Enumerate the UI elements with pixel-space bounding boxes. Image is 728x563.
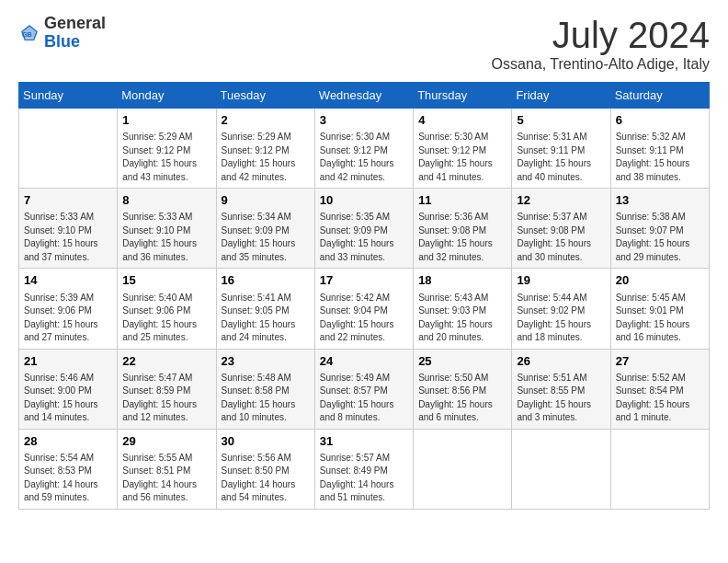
day-cell: 17Sunrise: 5:42 AMSunset: 9:04 PMDayligh… [314, 269, 413, 349]
day-info: Sunrise: 5:29 AMSunset: 9:12 PMDaylight:… [122, 131, 210, 184]
week-row-5: 28Sunrise: 5:54 AMSunset: 8:53 PMDayligh… [19, 429, 710, 509]
day-info: Sunrise: 5:43 AMSunset: 9:03 PMDaylight:… [418, 292, 506, 345]
day-info: Sunrise: 5:33 AMSunset: 9:10 PMDaylight:… [122, 211, 210, 264]
day-number: 13 [616, 192, 704, 209]
day-info: Sunrise: 5:44 AMSunset: 9:02 PMDaylight:… [517, 292, 605, 345]
day-number: 26 [517, 353, 605, 370]
day-info: Sunrise: 5:55 AMSunset: 8:51 PMDaylight:… [122, 452, 210, 505]
day-cell: 29Sunrise: 5:55 AMSunset: 8:51 PMDayligh… [118, 429, 216, 509]
day-cell [414, 429, 512, 509]
svg-text:GB: GB [22, 30, 32, 39]
day-info: Sunrise: 5:50 AMSunset: 8:56 PMDaylight:… [418, 372, 506, 425]
day-cell: 16Sunrise: 5:41 AMSunset: 9:05 PMDayligh… [216, 269, 314, 349]
day-cell: 28Sunrise: 5:54 AMSunset: 8:53 PMDayligh… [19, 429, 118, 509]
day-info: Sunrise: 5:45 AMSunset: 9:01 PMDaylight:… [616, 292, 704, 345]
day-number: 17 [320, 272, 408, 289]
day-number: 23 [222, 353, 310, 370]
day-number: 9 [222, 192, 310, 209]
day-info: Sunrise: 5:41 AMSunset: 9:05 PMDaylight:… [222, 292, 310, 345]
day-number: 7 [24, 192, 112, 209]
day-info: Sunrise: 5:31 AMSunset: 9:11 PMDaylight:… [517, 131, 605, 184]
day-cell: 3Sunrise: 5:30 AMSunset: 9:12 PMDaylight… [314, 109, 413, 189]
day-cell: 6Sunrise: 5:32 AMSunset: 9:11 PMDaylight… [610, 109, 709, 189]
day-info: Sunrise: 5:38 AMSunset: 9:07 PMDaylight:… [616, 211, 704, 264]
day-info: Sunrise: 5:47 AMSunset: 8:59 PMDaylight:… [122, 372, 210, 425]
header-cell-sunday: Sunday [19, 83, 118, 109]
day-number: 27 [616, 353, 704, 370]
title-block: July 2024 Ossana, Trentino-Alto Adige, I… [492, 15, 710, 73]
logo-text: General Blue [44, 15, 106, 52]
day-info: Sunrise: 5:37 AMSunset: 9:08 PMDaylight:… [517, 211, 605, 264]
logo-blue-text: Blue [44, 32, 80, 51]
day-cell [610, 429, 709, 509]
day-info: Sunrise: 5:30 AMSunset: 9:12 PMDaylight:… [418, 131, 506, 184]
header-cell-thursday: Thursday [414, 83, 512, 109]
day-info: Sunrise: 5:56 AMSunset: 8:50 PMDaylight:… [222, 452, 310, 505]
day-info: Sunrise: 5:54 AMSunset: 8:53 PMDaylight:… [24, 452, 112, 505]
day-number: 21 [24, 353, 112, 370]
day-number: 3 [320, 112, 408, 129]
day-number: 4 [418, 112, 506, 129]
day-number: 24 [320, 353, 408, 370]
day-number: 1 [122, 112, 210, 129]
day-cell: 23Sunrise: 5:48 AMSunset: 8:58 PMDayligh… [216, 349, 314, 429]
day-info: Sunrise: 5:29 AMSunset: 9:12 PMDaylight:… [222, 131, 310, 184]
day-cell: 27Sunrise: 5:52 AMSunset: 8:54 PMDayligh… [610, 349, 709, 429]
header-row: SundayMondayTuesdayWednesdayThursdayFrid… [19, 83, 710, 109]
day-number: 18 [418, 272, 506, 289]
day-info: Sunrise: 5:36 AMSunset: 9:08 PMDaylight:… [418, 211, 506, 264]
day-cell: 4Sunrise: 5:30 AMSunset: 9:12 PMDaylight… [414, 109, 512, 189]
logo-general-text: General [44, 14, 106, 32]
day-cell: 2Sunrise: 5:29 AMSunset: 9:12 PMDaylight… [216, 109, 314, 189]
day-cell: 14Sunrise: 5:39 AMSunset: 9:06 PMDayligh… [19, 269, 118, 349]
header-cell-saturday: Saturday [610, 83, 709, 109]
day-info: Sunrise: 5:52 AMSunset: 8:54 PMDaylight:… [616, 372, 704, 425]
location-title: Ossana, Trentino-Alto Adige, Italy [492, 56, 710, 73]
week-row-3: 14Sunrise: 5:39 AMSunset: 9:06 PMDayligh… [19, 269, 710, 349]
day-number: 12 [517, 192, 605, 209]
logo-icon: GB [18, 22, 40, 44]
header-cell-wednesday: Wednesday [314, 83, 413, 109]
header-cell-friday: Friday [512, 83, 610, 109]
day-number: 30 [222, 433, 310, 450]
day-cell: 26Sunrise: 5:51 AMSunset: 8:55 PMDayligh… [512, 349, 610, 429]
day-info: Sunrise: 5:35 AMSunset: 9:09 PMDaylight:… [320, 211, 408, 264]
day-cell: 21Sunrise: 5:46 AMSunset: 9:00 PMDayligh… [19, 349, 118, 429]
month-title: July 2024 [492, 15, 710, 56]
day-cell: 12Sunrise: 5:37 AMSunset: 9:08 PMDayligh… [512, 189, 610, 269]
calendar-table: SundayMondayTuesdayWednesdayThursdayFrid… [18, 82, 710, 510]
day-number: 6 [616, 112, 704, 129]
day-number: 11 [418, 192, 506, 209]
day-info: Sunrise: 5:49 AMSunset: 8:57 PMDaylight:… [320, 372, 408, 425]
day-info: Sunrise: 5:33 AMSunset: 9:10 PMDaylight:… [24, 211, 112, 264]
day-cell: 30Sunrise: 5:56 AMSunset: 8:50 PMDayligh… [216, 429, 314, 509]
day-cell: 19Sunrise: 5:44 AMSunset: 9:02 PMDayligh… [512, 269, 610, 349]
day-number: 29 [122, 433, 210, 450]
day-number: 22 [122, 353, 210, 370]
week-row-4: 21Sunrise: 5:46 AMSunset: 9:00 PMDayligh… [19, 349, 710, 429]
day-info: Sunrise: 5:42 AMSunset: 9:04 PMDaylight:… [320, 292, 408, 345]
header: GB General Blue July 2024 Ossana, Trenti… [18, 15, 710, 73]
day-info: Sunrise: 5:48 AMSunset: 8:58 PMDaylight:… [222, 372, 310, 425]
day-number: 10 [320, 192, 408, 209]
day-cell: 1Sunrise: 5:29 AMSunset: 9:12 PMDaylight… [118, 109, 216, 189]
day-info: Sunrise: 5:32 AMSunset: 9:11 PMDaylight:… [616, 131, 704, 184]
day-number: 28 [24, 433, 112, 450]
day-cell: 15Sunrise: 5:40 AMSunset: 9:06 PMDayligh… [118, 269, 216, 349]
day-cell: 9Sunrise: 5:34 AMSunset: 9:09 PMDaylight… [216, 189, 314, 269]
day-cell: 18Sunrise: 5:43 AMSunset: 9:03 PMDayligh… [414, 269, 512, 349]
day-cell: 20Sunrise: 5:45 AMSunset: 9:01 PMDayligh… [610, 269, 709, 349]
day-cell: 31Sunrise: 5:57 AMSunset: 8:49 PMDayligh… [314, 429, 413, 509]
day-number: 5 [517, 112, 605, 129]
day-cell: 22Sunrise: 5:47 AMSunset: 8:59 PMDayligh… [118, 349, 216, 429]
day-info: Sunrise: 5:39 AMSunset: 9:06 PMDaylight:… [24, 292, 112, 345]
day-number: 15 [122, 272, 210, 289]
day-cell: 5Sunrise: 5:31 AMSunset: 9:11 PMDaylight… [512, 109, 610, 189]
day-info: Sunrise: 5:40 AMSunset: 9:06 PMDaylight:… [122, 292, 210, 345]
day-number: 8 [122, 192, 210, 209]
day-number: 31 [320, 433, 408, 450]
header-cell-tuesday: Tuesday [216, 83, 314, 109]
logo: GB General Blue [18, 15, 106, 52]
day-cell: 25Sunrise: 5:50 AMSunset: 8:56 PMDayligh… [414, 349, 512, 429]
day-info: Sunrise: 5:46 AMSunset: 9:00 PMDaylight:… [24, 372, 112, 425]
